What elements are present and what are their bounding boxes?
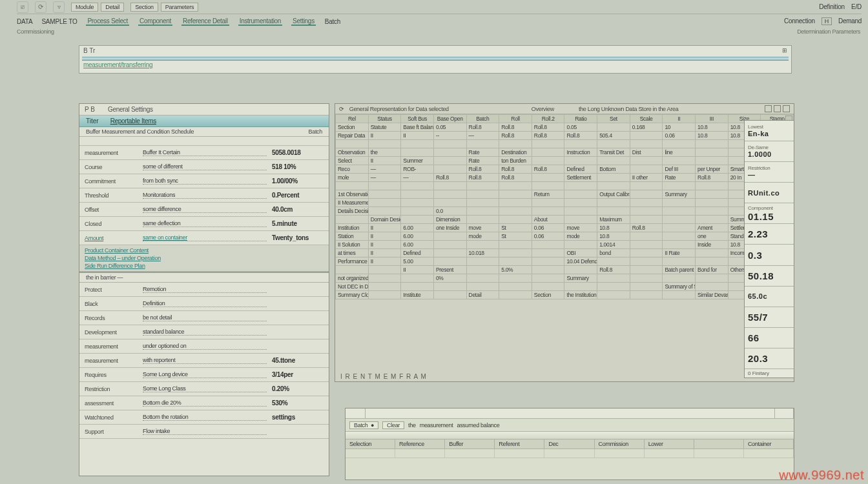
table-row[interactable]: II Measurement <box>336 199 794 207</box>
param-row[interactable]: Closedsame deflection5.minute <box>79 217 329 231</box>
table-row[interactable]: Reco—ROB-Roll.8Roll.8Roll.8DefinedBottom… <box>336 165 794 174</box>
table-cell <box>499 274 532 283</box>
table-row[interactable]: II SolutionII6.001.0014Inside10.85.08 <box>336 241 794 249</box>
menu-settings[interactable]: Settings <box>291 17 316 26</box>
table-row[interactable]: Not DEC in DISSummary of Store <box>336 283 794 291</box>
table-header[interactable]: Base Open <box>433 115 466 123</box>
console-tab-batch[interactable]: Batch ● <box>349 421 378 429</box>
toolbar-ed[interactable]: E/D <box>851 3 862 10</box>
param-row[interactable]: measurementwith reportent45.ttone <box>79 354 329 368</box>
menu-instrumentation[interactable]: Instrumentation <box>238 17 282 26</box>
table-cell <box>597 291 630 299</box>
menu-demand[interactable]: Demand <box>838 17 862 25</box>
table-header[interactable]: Roll.2 <box>532 115 564 123</box>
center-footer: I R E N T M E M F R A M <box>340 373 427 380</box>
param-link[interactable]: Product Container Content <box>85 247 324 254</box>
left-tab-titer[interactable]: Titer <box>86 117 99 125</box>
param-row[interactable]: BlackDefinition <box>79 297 329 311</box>
console-col[interactable]: Dec <box>544 439 594 449</box>
minimize-icon[interactable] <box>765 105 772 112</box>
table-row[interactable]: PerformanceII5.0010.04 Defend5.08 <box>336 257 794 266</box>
table-row[interactable]: SelectIISummerRateton Burden <box>336 157 794 165</box>
param-row[interactable]: assessmentBottom die 20%530% <box>79 396 329 410</box>
table-cell <box>597 174 630 182</box>
console-col[interactable]: Lower <box>645 439 694 449</box>
param-row[interactable]: RestrictionSome Long Class0.20% <box>79 382 329 396</box>
param-link[interactable]: Side Run Difference Plan <box>85 262 324 270</box>
console-tab-blank[interactable] <box>346 408 366 418</box>
table-header[interactable]: Rel <box>336 115 369 123</box>
table-cell: Dist <box>630 148 663 157</box>
table-row[interactable]: IIPresent5.0%Roll.8Batch parentBond forO… <box>336 266 794 274</box>
dropdown-icon[interactable]: ▿ <box>53 1 65 13</box>
menu-process[interactable]: Process Select <box>86 17 129 26</box>
table-row[interactable] <box>336 140 794 148</box>
param-row[interactable]: measurementBuffer It Certain5058.0018 <box>79 146 329 160</box>
param-value: 518 10% <box>272 163 324 170</box>
param-row[interactable]: Commitmentfrom both sync1.00/00% <box>79 174 329 188</box>
table-header[interactable]: Set <box>597 115 630 123</box>
toolbar-detail[interactable]: Detail <box>101 3 124 12</box>
param-row[interactable]: Recordsbe not detail <box>79 311 329 325</box>
console-col[interactable]: Selection <box>346 439 395 449</box>
maximize-icon[interactable] <box>774 105 781 112</box>
param-row[interactable]: Coursesome of different518 10% <box>79 160 329 174</box>
table-header[interactable]: Soft Bus <box>401 115 434 123</box>
menu-sample[interactable]: SAMPLE TO <box>41 18 77 25</box>
menu-component[interactable]: Component <box>138 17 172 26</box>
table-header[interactable]: Scale <box>630 115 663 123</box>
close-icon[interactable] <box>783 105 790 112</box>
menu-reference[interactable]: Reference Detail <box>181 17 229 26</box>
param-row[interactable]: measurementunder optioned on <box>79 339 329 354</box>
left-tab-reportable[interactable]: Reportable Items <box>110 117 156 125</box>
table-header[interactable]: II <box>663 115 696 123</box>
table-header[interactable]: Roll <box>499 115 532 123</box>
console-col[interactable]: Reference <box>395 439 445 449</box>
table-row[interactable]: SectionStatuteBase ft Balance0.05Roll.8R… <box>336 123 794 132</box>
refresh-icon[interactable]: ⟳ <box>35 1 46 13</box>
table-row[interactable]: StationII6.00modeSt0.06mode10.8oneStanda… <box>336 232 794 241</box>
console-col[interactable]: Referent <box>495 439 544 449</box>
toolbar-section[interactable]: Section <box>130 3 158 12</box>
console-tab-right[interactable] <box>775 408 794 418</box>
param-row[interactable]: Developmentstandard balance <box>79 325 329 339</box>
console-col[interactable]: Container <box>744 439 794 449</box>
console-col[interactable]: Commission <box>595 439 645 449</box>
param-row[interactable]: ThresholdMonitorations0.Percent <box>79 188 329 203</box>
menu-data[interactable]: DATA <box>17 18 32 25</box>
table-row[interactable]: Summary CloneInstituteDetailSectionthe I… <box>336 291 794 299</box>
table-row[interactable] <box>336 182 794 190</box>
toolbar-definition[interactable]: Definition <box>819 3 845 10</box>
param-link[interactable]: Data Method – under Operation <box>85 254 324 262</box>
table-header[interactable]: Status <box>368 115 401 123</box>
table-header[interactable]: Ratio <box>564 115 597 123</box>
param-row[interactable]: Offsetsome difference40.0cm <box>79 203 329 217</box>
param-row[interactable]: ProtectRemotion <box>79 283 329 297</box>
refresh-icon[interactable]: ⟳ <box>339 106 344 112</box>
menu-batch[interactable]: Batch <box>325 18 340 25</box>
console-col[interactable]: Buffer <box>445 439 495 449</box>
param-row[interactable]: RequiresSome Long device3/14per <box>79 368 329 382</box>
table-header[interactable]: III <box>696 115 728 123</box>
param-row[interactable]: SupportFlow intake <box>79 425 329 439</box>
table-row[interactable]: mole——Roll.8Roll.8Roll.8SettlementII oth… <box>336 174 794 182</box>
console-clear[interactable]: Clear <box>382 421 404 429</box>
toolbar-module[interactable]: Module <box>71 3 98 12</box>
param-row[interactable]: Amountsame on containerTwenty_tons <box>79 231 329 245</box>
grid-icon[interactable]: ⊞ <box>782 47 787 54</box>
table-row[interactable]: ObservationtheRateDestinationInstruction… <box>336 148 794 157</box>
table-row[interactable]: Repair DataIIII--—Roll.8Roll.8Roll.8505.… <box>336 132 794 140</box>
table-header[interactable]: Batch <box>466 115 499 123</box>
table-row[interactable]: not organized band0%Summary <box>336 274 794 283</box>
grid-icon[interactable]: ⎚ <box>17 1 28 13</box>
table-row[interactable]: InstitutionII6.00one InsidemoveSt0.06mov… <box>336 224 794 232</box>
menu-badge-h[interactable]: H <box>822 17 832 25</box>
toolbar-parameters[interactable]: Parameters <box>161 3 199 12</box>
param-value: 45.ttone <box>272 357 324 364</box>
table-row[interactable]: Domain DesignDimensionAboutMaximumSummar… <box>336 216 794 224</box>
table-row[interactable]: 1st Observation PlanReturnOutput Calibra… <box>336 190 794 199</box>
table-row[interactable]: at timesIIDefined10.018OBIbondII RateInc… <box>336 249 794 257</box>
console-col[interactable] <box>694 439 744 449</box>
param-row[interactable]: WatchtonedBottom the rotationsettings <box>79 410 329 425</box>
table-row[interactable]: Details Decision0.0 <box>336 207 794 216</box>
